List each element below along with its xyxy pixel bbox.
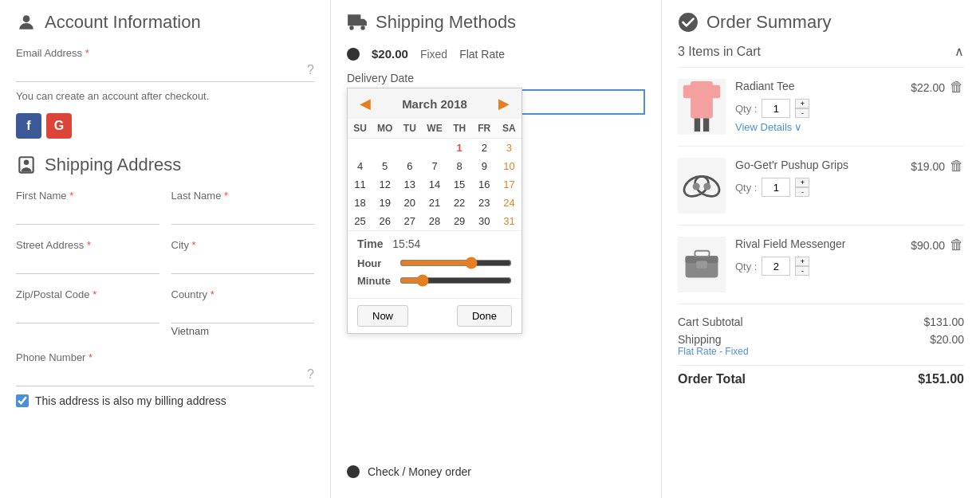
qty-buttons-3: + - <box>795 257 809 276</box>
cal-day-29[interactable]: 29 <box>447 212 472 230</box>
cal-day-31[interactable]: 31 <box>497 212 521 230</box>
cal-day-5[interactable]: 5 <box>372 157 397 175</box>
view-details-1-text: View Details <box>735 121 792 133</box>
facebook-login-button[interactable]: f <box>16 113 41 139</box>
cal-day-30[interactable]: 30 <box>472 212 497 230</box>
cal-day-21[interactable]: 21 <box>422 194 447 212</box>
calendar-month-year: March 2018 <box>402 97 467 111</box>
payment-option-row: Check / Money order <box>347 465 645 478</box>
cal-week-3: 11 12 13 14 15 16 17 <box>348 175 521 194</box>
cal-header-su: SU <box>348 119 372 139</box>
qty-input-3[interactable] <box>762 257 790 276</box>
item-details-2: Go-Get'r Pushup Grips $19.00 🗑 Qty : + - <box>735 158 964 197</box>
svg-rect-9 <box>695 118 700 131</box>
cal-day-26[interactable]: 26 <box>372 212 397 230</box>
calendar-prev-button[interactable]: ◀ <box>356 95 375 112</box>
cal-day-11[interactable]: 11 <box>348 175 372 194</box>
cal-day-15[interactable]: 15 <box>447 175 472 194</box>
cart-item-3: Rival Field Messenger $90.00 🗑 Qty : + - <box>678 237 964 304</box>
cal-day-12[interactable]: 12 <box>372 175 397 194</box>
qty-increase-1[interactable]: + <box>795 99 809 108</box>
phone-help-icon[interactable]: ? <box>307 367 314 382</box>
shipping-radio[interactable] <box>347 48 360 61</box>
cal-day-17[interactable]: 17 <box>497 175 521 194</box>
cal-day-23[interactable]: 23 <box>472 194 497 212</box>
country-input[interactable] <box>171 304 315 324</box>
now-button[interactable]: Now <box>357 305 408 327</box>
svg-point-4 <box>360 25 364 29</box>
cal-day[interactable] <box>422 139 447 158</box>
billing-checkbox[interactable] <box>16 394 29 407</box>
delete-item-2-button[interactable]: 🗑 <box>950 158 964 174</box>
cal-day-3[interactable]: 3 <box>497 139 521 158</box>
delete-item-3-button[interactable]: 🗑 <box>950 237 964 253</box>
qty-input-1[interactable] <box>762 99 790 118</box>
cal-day-13[interactable]: 13 <box>397 175 422 194</box>
cal-day-24[interactable]: 24 <box>497 194 521 212</box>
cal-day-6[interactable]: 6 <box>397 157 422 175</box>
first-name-input[interactable] <box>16 205 159 225</box>
first-name-label: First Name * <box>16 190 159 202</box>
cal-day-20[interactable]: 20 <box>397 194 422 212</box>
qty-increase-2[interactable]: + <box>795 178 809 187</box>
payment-radio[interactable] <box>347 465 360 478</box>
hour-slider[interactable] <box>399 257 512 269</box>
time-display: Time 15:54 <box>357 237 512 250</box>
zip-input[interactable] <box>16 304 159 324</box>
qty-buttons-2: + - <box>795 178 809 197</box>
cal-day-1[interactable]: 1 <box>447 139 472 158</box>
email-help-icon[interactable]: ? <box>307 63 314 77</box>
cart-item-1: Radiant Tee $22.00 🗑 Qty : + - View Deta <box>678 79 964 147</box>
chevron-up-icon[interactable]: ∧ <box>954 44 964 59</box>
done-button[interactable]: Done <box>457 305 512 327</box>
cart-subtotal-value: $131.00 <box>923 316 964 328</box>
cal-day-10[interactable]: 10 <box>497 157 521 175</box>
cal-day-16[interactable]: 16 <box>472 175 497 194</box>
email-input[interactable] <box>16 62 314 82</box>
cal-week-2: 4 5 6 7 8 9 10 <box>348 157 521 175</box>
order-total-value: $151.00 <box>918 372 964 386</box>
zip-country-row: Zip/Postal Code * Country * Vietnam <box>16 288 314 337</box>
time-value: 15:54 <box>392 237 420 250</box>
name-row: First Name * Last Name * <box>16 190 314 225</box>
cal-day-7[interactable]: 7 <box>422 157 447 175</box>
qty-row-1: Qty : + - <box>735 99 964 118</box>
qty-decrease-3[interactable]: - <box>795 266 809 276</box>
cal-day-9[interactable]: 9 <box>472 157 497 175</box>
cal-day-28[interactable]: 28 <box>422 212 447 230</box>
delete-item-1-button[interactable]: 🗑 <box>950 79 964 96</box>
qty-buttons-1: + - <box>795 99 809 118</box>
cal-day-14[interactable]: 14 <box>422 175 447 194</box>
calendar-next-button[interactable]: ▶ <box>494 95 514 112</box>
items-count: 3 Items in Cart <box>678 45 761 59</box>
shipping-panel: Shipping Methods $20.00 Fixed Flat Rate … <box>331 0 662 498</box>
items-in-cart-row: 3 Items in Cart ∧ <box>678 44 964 68</box>
cal-day-18[interactable]: 18 <box>348 194 372 212</box>
view-details-1-button[interactable]: View Details ∨ <box>735 121 964 133</box>
google-login-button[interactable]: G <box>46 113 72 139</box>
item-image-1 <box>678 79 726 135</box>
cal-day[interactable] <box>397 139 422 158</box>
last-name-input[interactable] <box>171 205 315 225</box>
cal-day[interactable] <box>372 139 397 158</box>
item-image-3 <box>678 237 726 292</box>
cal-day-22[interactable]: 22 <box>447 194 472 212</box>
svg-rect-8 <box>711 84 720 98</box>
qty-increase-3[interactable]: + <box>795 257 809 266</box>
address-row: Street Address * City * <box>16 239 314 274</box>
qty-input-2[interactable] <box>762 178 790 197</box>
cal-day-25[interactable]: 25 <box>348 212 372 230</box>
cal-day-8[interactable]: 8 <box>447 157 472 175</box>
qty-decrease-1[interactable]: - <box>795 108 809 118</box>
first-name-group: First Name * <box>16 190 159 225</box>
city-input[interactable] <box>171 254 315 274</box>
street-input[interactable] <box>16 254 159 274</box>
qty-decrease-2[interactable]: - <box>795 187 809 197</box>
cal-day[interactable] <box>348 139 372 158</box>
phone-input[interactable] <box>16 367 314 386</box>
cal-day-2[interactable]: 2 <box>472 139 497 158</box>
minute-slider[interactable] <box>399 274 512 287</box>
cal-day-4[interactable]: 4 <box>348 157 372 175</box>
cal-day-27[interactable]: 27 <box>397 212 422 230</box>
cal-day-19[interactable]: 19 <box>372 194 397 212</box>
